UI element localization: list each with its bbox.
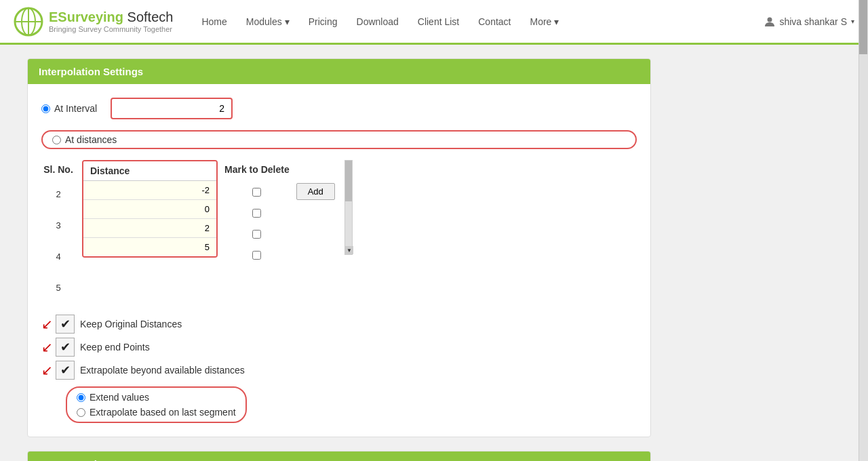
navbar: ESurveying Softech Bringing Survey Commu…: [0, 0, 868, 45]
extend-values-label[interactable]: Extend values: [77, 392, 236, 403]
slno-header: Sl. No.: [43, 160, 73, 179]
mark-delete-cb-3[interactable]: [252, 230, 261, 239]
interval-input[interactable]: [111, 98, 233, 119]
keep-end-row: ↙ ✔ Keep end Points: [41, 338, 637, 357]
output-card: Output Settings ✔ Vol. Report ✔ Area Rep…: [27, 451, 651, 461]
keep-original-checkbox[interactable]: ✔: [56, 315, 75, 334]
row-num-3: 4: [56, 241, 60, 273]
logo-text: ESurveying Softech Bringing Survey Commu…: [49, 9, 173, 33]
nav-home[interactable]: Home: [193, 0, 235, 44]
arrow-2: ↙: [41, 339, 53, 355]
arrow-3: ↙: [41, 362, 53, 378]
at-interval-radio-label[interactable]: At Interval: [41, 103, 97, 114]
nav-pricing[interactable]: Pricing: [300, 0, 346, 44]
extrapolate-checkbox[interactable]: ✔: [56, 361, 75, 380]
mark-delete-header: Mark to Delete: [224, 160, 290, 179]
nav-download[interactable]: Download: [349, 0, 407, 44]
at-interval-radio[interactable]: [41, 104, 50, 113]
keep-original-row: ↙ ✔ Keep Original Distances: [41, 315, 637, 334]
keep-end-checkbox[interactable]: ✔: [56, 338, 75, 357]
mark-delete-row-2: [252, 203, 261, 224]
user-icon: [764, 16, 775, 27]
arrow-1: ↙: [41, 316, 53, 332]
interpolation-card: Interpolation Settings At Interval At di…: [27, 58, 651, 437]
interpolation-body: At Interval At distances Sl. No. 2 3 4: [28, 84, 650, 437]
row-num-1: 2: [56, 179, 60, 210]
mark-delete-cb-2[interactable]: [252, 209, 261, 218]
user-name: shiva shankar S: [779, 16, 847, 27]
at-interval-label: At Interval: [54, 103, 97, 114]
user-menu[interactable]: shiva shankar S ▾: [764, 16, 854, 27]
at-interval-row: At Interval: [41, 98, 637, 119]
distance-input-2[interactable]: [83, 200, 216, 219]
scrollbar-thumb: [345, 161, 352, 201]
slno-col: Sl. No. 2 3 4 5: [41, 160, 75, 304]
logo-subtitle: Bringing Survey Community Together: [49, 25, 173, 33]
page-scrollbar[interactable]: [859, 0, 868, 461]
nav-contact[interactable]: Contact: [470, 0, 519, 44]
table-scrollbar[interactable]: ▼: [344, 160, 353, 255]
interpolation-header: Interpolation Settings: [28, 59, 650, 84]
extrapolate-row: ↙ ✔ Extrapolate beyond available distanc…: [41, 361, 637, 380]
mark-delete-row-3: [252, 224, 261, 245]
user-chevron-icon: ▾: [851, 18, 854, 25]
row-num-2: 3: [56, 210, 60, 241]
extrapolate-last-radio[interactable]: [77, 408, 85, 417]
extrapolate-last-label[interactable]: Extrapolate based on last segment: [77, 407, 236, 418]
scrollbar-down-arrow[interactable]: ▼: [345, 246, 353, 254]
row-num-4: 5: [56, 273, 60, 304]
checkbox-section: ↙ ✔ Keep Original Distances ↙ ✔ Keep end…: [41, 315, 637, 380]
distance-col: Distance: [82, 160, 218, 258]
mark-delete-col: Mark to Delete: [224, 160, 290, 266]
svg-point-4: [768, 17, 772, 22]
at-distances-label: At distances: [65, 134, 117, 145]
extrapolate-radios: Extend values Extrapolate based on last …: [66, 386, 247, 423]
distances-area: Sl. No. 2 3 4 5 Distance Mark to Delete: [41, 160, 637, 304]
at-distances-radio[interactable]: [52, 136, 61, 144]
distance-input-3[interactable]: [83, 219, 216, 238]
add-button[interactable]: Add: [296, 183, 335, 200]
main-content: Interpolation Settings At Interval At di…: [0, 45, 678, 461]
mark-delete-row-4: [252, 245, 261, 266]
chevron-down-icon: ▾: [285, 16, 290, 27]
at-distances-row: At distances: [41, 130, 637, 149]
nav-client-list[interactable]: Client List: [410, 0, 467, 44]
mark-delete-row-1: [252, 182, 261, 203]
logo[interactable]: ESurveying Softech Bringing Survey Commu…: [14, 7, 173, 37]
page-scrollbar-thumb: [859, 0, 867, 54]
distance-input-1[interactable]: [83, 181, 216, 200]
add-btn-col: Add: [296, 160, 335, 200]
extrapolate-options-section: Extend values Extrapolate based on last …: [66, 386, 637, 423]
mark-delete-cb-1[interactable]: [252, 188, 261, 197]
keep-original-label: Keep Original Distances: [80, 319, 182, 329]
extend-values-radio[interactable]: [77, 393, 85, 402]
chevron-down-icon-more: ▾: [554, 16, 559, 27]
distance-header: Distance: [83, 161, 216, 181]
at-distances-radio-label[interactable]: At distances: [41, 130, 637, 149]
distance-input-4[interactable]: [83, 238, 216, 256]
mark-delete-cb-4[interactable]: [252, 251, 261, 260]
nav-modules[interactable]: Modules ▾: [238, 0, 298, 44]
nav-more[interactable]: More ▾: [522, 0, 568, 44]
output-header: Output Settings: [28, 452, 650, 461]
logo-icon: [14, 7, 43, 37]
nav-links: Home Modules ▾ Pricing Download Client L…: [193, 0, 764, 44]
keep-end-label: Keep end Points: [80, 342, 150, 353]
extrapolate-beyond-label: Extrapolate beyond available distances: [80, 365, 245, 376]
logo-title: ESurveying Softech: [49, 9, 173, 25]
